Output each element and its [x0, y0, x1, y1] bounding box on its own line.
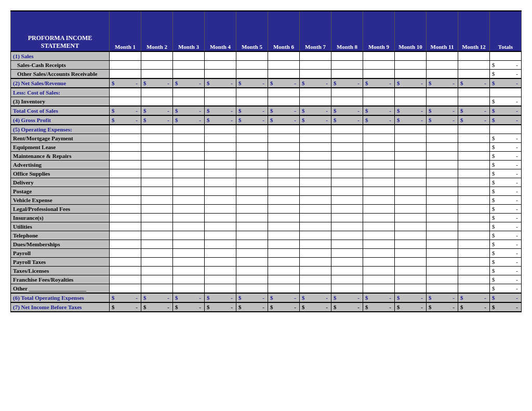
total-cell[interactable]: $- — [490, 70, 522, 79]
month-cell[interactable] — [395, 88, 427, 97]
month-cell[interactable] — [395, 222, 427, 231]
month-cell[interactable]: $- — [268, 106, 300, 115]
month-cell[interactable] — [110, 134, 141, 143]
month-cell[interactable] — [363, 205, 395, 214]
month-cell[interactable] — [363, 70, 395, 79]
month-cell[interactable] — [427, 258, 458, 267]
month-cell[interactable]: $- — [458, 78, 490, 88]
month-cell[interactable] — [205, 161, 236, 169]
month-cell[interactable] — [268, 97, 300, 107]
month-cell[interactable] — [395, 134, 427, 143]
month-cell[interactable] — [395, 143, 427, 152]
month-cell[interactable]: $- — [141, 78, 173, 88]
total-cell[interactable]: $- — [490, 134, 522, 143]
month-cell[interactable] — [331, 267, 363, 275]
month-cell[interactable] — [300, 97, 331, 107]
month-cell[interactable] — [268, 275, 300, 284]
month-cell[interactable] — [236, 51, 268, 61]
month-cell[interactable] — [268, 249, 300, 258]
month-cell[interactable]: $- — [363, 78, 395, 88]
month-cell[interactable] — [236, 275, 268, 284]
month-cell[interactable] — [300, 134, 331, 143]
month-cell[interactable] — [331, 196, 363, 205]
month-cell[interactable] — [395, 161, 427, 169]
total-cell[interactable]: $- — [490, 249, 522, 258]
month-cell[interactable] — [110, 125, 141, 134]
month-cell[interactable] — [395, 61, 427, 70]
month-cell[interactable] — [458, 61, 490, 70]
month-cell[interactable] — [300, 161, 331, 169]
month-cell[interactable] — [458, 240, 490, 249]
month-cell[interactable]: $- — [268, 78, 300, 88]
month-cell[interactable] — [395, 51, 427, 61]
month-cell[interactable] — [331, 169, 363, 178]
month-cell[interactable]: $- — [331, 78, 363, 88]
month-cell[interactable] — [173, 51, 205, 61]
month-cell[interactable] — [205, 267, 236, 275]
month-cell[interactable] — [110, 222, 141, 231]
month-cell[interactable]: $- — [236, 106, 268, 115]
month-cell[interactable] — [395, 240, 427, 249]
month-cell[interactable] — [331, 258, 363, 267]
month-cell[interactable] — [395, 152, 427, 161]
total-cell[interactable]: $- — [490, 240, 522, 249]
month-cell[interactable]: $- — [141, 115, 173, 125]
month-cell[interactable]: $- — [236, 293, 268, 302]
month-cell[interactable] — [173, 231, 205, 240]
month-cell[interactable]: $- — [427, 106, 458, 115]
month-cell[interactable] — [395, 205, 427, 214]
month-cell[interactable]: $- — [205, 106, 236, 115]
month-cell[interactable] — [110, 205, 141, 214]
month-cell[interactable] — [110, 178, 141, 187]
month-cell[interactable] — [363, 187, 395, 196]
month-cell[interactable] — [205, 134, 236, 143]
month-cell[interactable] — [205, 70, 236, 79]
month-cell[interactable] — [458, 178, 490, 187]
month-cell[interactable] — [363, 249, 395, 258]
month-cell[interactable] — [173, 169, 205, 178]
month-cell[interactable] — [236, 61, 268, 70]
total-cell[interactable]: $- — [490, 106, 522, 115]
month-cell[interactable] — [141, 97, 173, 107]
month-cell[interactable] — [458, 205, 490, 214]
month-cell[interactable]: $- — [395, 106, 427, 115]
month-cell[interactable] — [427, 97, 458, 107]
month-cell[interactable] — [268, 231, 300, 240]
month-cell[interactable] — [141, 70, 173, 79]
month-cell[interactable] — [173, 143, 205, 152]
month-cell[interactable] — [110, 275, 141, 284]
month-cell[interactable] — [268, 222, 300, 231]
month-cell[interactable] — [363, 196, 395, 205]
month-cell[interactable] — [363, 61, 395, 70]
month-cell[interactable] — [268, 134, 300, 143]
month-cell[interactable] — [300, 249, 331, 258]
month-cell[interactable] — [427, 178, 458, 187]
month-cell[interactable] — [458, 222, 490, 231]
month-cell[interactable] — [458, 97, 490, 107]
month-cell[interactable] — [173, 161, 205, 169]
month-cell[interactable] — [300, 143, 331, 152]
month-cell[interactable]: $- — [300, 302, 331, 312]
month-cell[interactable]: $- — [173, 115, 205, 125]
month-cell[interactable] — [395, 284, 427, 294]
month-cell[interactable] — [331, 143, 363, 152]
month-cell[interactable] — [268, 258, 300, 267]
month-cell[interactable] — [427, 125, 458, 134]
month-cell[interactable] — [395, 97, 427, 107]
month-cell[interactable] — [363, 231, 395, 240]
month-cell[interactable] — [141, 169, 173, 178]
month-cell[interactable] — [141, 231, 173, 240]
month-cell[interactable] — [395, 231, 427, 240]
month-cell[interactable] — [300, 284, 331, 294]
month-cell[interactable] — [331, 125, 363, 134]
month-cell[interactable] — [141, 275, 173, 284]
month-cell[interactable] — [458, 214, 490, 222]
month-cell[interactable] — [331, 249, 363, 258]
month-cell[interactable] — [458, 152, 490, 161]
month-cell[interactable]: $- — [458, 293, 490, 302]
month-cell[interactable] — [331, 214, 363, 222]
total-cell[interactable] — [490, 125, 522, 134]
month-cell[interactable] — [205, 284, 236, 294]
month-cell[interactable]: $- — [110, 302, 141, 312]
total-cell[interactable] — [490, 51, 522, 61]
